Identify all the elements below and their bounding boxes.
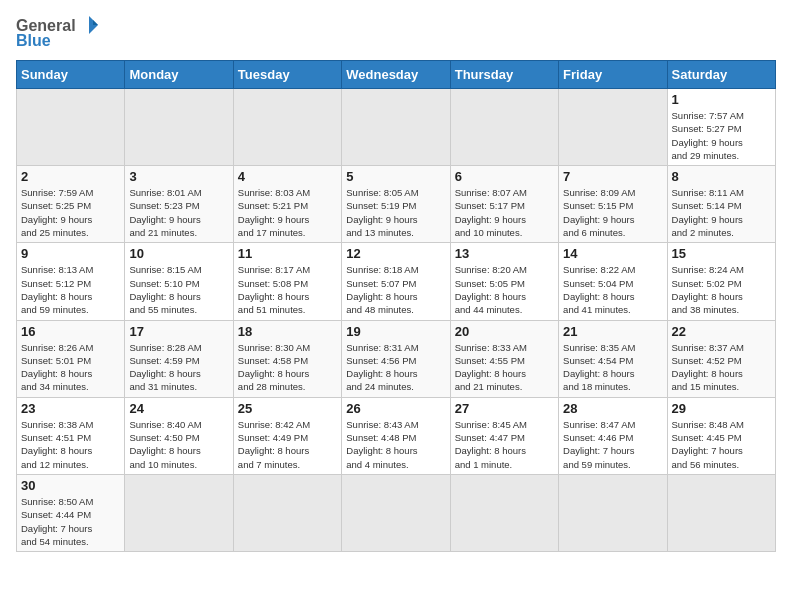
table-row: 29Sunrise: 8:48 AM Sunset: 4:45 PM Dayli…: [667, 397, 775, 474]
day-number: 2: [21, 169, 120, 184]
table-row: [17, 89, 125, 166]
header-saturday: Saturday: [667, 61, 775, 89]
table-row: [559, 89, 667, 166]
day-number: 24: [129, 401, 228, 416]
calendar-row: 23Sunrise: 8:38 AM Sunset: 4:51 PM Dayli…: [17, 397, 776, 474]
day-info: Sunrise: 8:18 AM Sunset: 5:07 PM Dayligh…: [346, 263, 445, 316]
table-row: 2Sunrise: 7:59 AM Sunset: 5:25 PM Daylig…: [17, 166, 125, 243]
day-info: Sunrise: 8:40 AM Sunset: 4:50 PM Dayligh…: [129, 418, 228, 471]
table-row: [559, 474, 667, 551]
day-number: 7: [563, 169, 662, 184]
day-info: Sunrise: 8:13 AM Sunset: 5:12 PM Dayligh…: [21, 263, 120, 316]
table-row: 13Sunrise: 8:20 AM Sunset: 5:05 PM Dayli…: [450, 243, 558, 320]
table-row: [667, 474, 775, 551]
day-number: 26: [346, 401, 445, 416]
table-row: 14Sunrise: 8:22 AM Sunset: 5:04 PM Dayli…: [559, 243, 667, 320]
day-number: 9: [21, 246, 120, 261]
day-number: 8: [672, 169, 771, 184]
table-row: 17Sunrise: 8:28 AM Sunset: 4:59 PM Dayli…: [125, 320, 233, 397]
day-number: 23: [21, 401, 120, 416]
day-number: 12: [346, 246, 445, 261]
table-row: [342, 474, 450, 551]
day-number: 17: [129, 324, 228, 339]
day-info: Sunrise: 8:48 AM Sunset: 4:45 PM Dayligh…: [672, 418, 771, 471]
day-info: Sunrise: 8:37 AM Sunset: 4:52 PM Dayligh…: [672, 341, 771, 394]
day-info: Sunrise: 7:59 AM Sunset: 5:25 PM Dayligh…: [21, 186, 120, 239]
day-info: Sunrise: 8:15 AM Sunset: 5:10 PM Dayligh…: [129, 263, 228, 316]
day-info: Sunrise: 8:01 AM Sunset: 5:23 PM Dayligh…: [129, 186, 228, 239]
table-row: 28Sunrise: 8:47 AM Sunset: 4:46 PM Dayli…: [559, 397, 667, 474]
table-row: 20Sunrise: 8:33 AM Sunset: 4:55 PM Dayli…: [450, 320, 558, 397]
day-info: Sunrise: 8:07 AM Sunset: 5:17 PM Dayligh…: [455, 186, 554, 239]
day-info: Sunrise: 8:31 AM Sunset: 4:56 PM Dayligh…: [346, 341, 445, 394]
table-row: 25Sunrise: 8:42 AM Sunset: 4:49 PM Dayli…: [233, 397, 341, 474]
day-number: 14: [563, 246, 662, 261]
table-row: 21Sunrise: 8:35 AM Sunset: 4:54 PM Dayli…: [559, 320, 667, 397]
header-monday: Monday: [125, 61, 233, 89]
table-row: 1Sunrise: 7:57 AM Sunset: 5:27 PM Daylig…: [667, 89, 775, 166]
day-number: 20: [455, 324, 554, 339]
header-sunday: Sunday: [17, 61, 125, 89]
table-row: 12Sunrise: 8:18 AM Sunset: 5:07 PM Dayli…: [342, 243, 450, 320]
table-row: 10Sunrise: 8:15 AM Sunset: 5:10 PM Dayli…: [125, 243, 233, 320]
calendar-row: 1Sunrise: 7:57 AM Sunset: 5:27 PM Daylig…: [17, 89, 776, 166]
table-row: 9Sunrise: 8:13 AM Sunset: 5:12 PM Daylig…: [17, 243, 125, 320]
day-info: Sunrise: 8:38 AM Sunset: 4:51 PM Dayligh…: [21, 418, 120, 471]
table-row: [125, 89, 233, 166]
day-info: Sunrise: 8:26 AM Sunset: 5:01 PM Dayligh…: [21, 341, 120, 394]
table-row: [125, 474, 233, 551]
header-friday: Friday: [559, 61, 667, 89]
table-row: 18Sunrise: 8:30 AM Sunset: 4:58 PM Dayli…: [233, 320, 341, 397]
day-info: Sunrise: 8:09 AM Sunset: 5:15 PM Dayligh…: [563, 186, 662, 239]
day-number: 6: [455, 169, 554, 184]
table-row: 24Sunrise: 8:40 AM Sunset: 4:50 PM Dayli…: [125, 397, 233, 474]
header-thursday: Thursday: [450, 61, 558, 89]
page: General Blue Sunday Monday Tuesday Wedne…: [0, 0, 792, 562]
day-info: Sunrise: 8:35 AM Sunset: 4:54 PM Dayligh…: [563, 341, 662, 394]
day-number: 25: [238, 401, 337, 416]
header: General Blue: [16, 16, 776, 50]
day-info: Sunrise: 8:05 AM Sunset: 5:19 PM Dayligh…: [346, 186, 445, 239]
day-number: 4: [238, 169, 337, 184]
day-info: Sunrise: 8:11 AM Sunset: 5:14 PM Dayligh…: [672, 186, 771, 239]
day-info: Sunrise: 8:28 AM Sunset: 4:59 PM Dayligh…: [129, 341, 228, 394]
logo-container: General Blue: [16, 16, 100, 50]
day-number: 10: [129, 246, 228, 261]
header-wednesday: Wednesday: [342, 61, 450, 89]
table-row: 6Sunrise: 8:07 AM Sunset: 5:17 PM Daylig…: [450, 166, 558, 243]
day-number: 18: [238, 324, 337, 339]
table-row: 4Sunrise: 8:03 AM Sunset: 5:21 PM Daylig…: [233, 166, 341, 243]
day-info: Sunrise: 8:42 AM Sunset: 4:49 PM Dayligh…: [238, 418, 337, 471]
table-row: 26Sunrise: 8:43 AM Sunset: 4:48 PM Dayli…: [342, 397, 450, 474]
table-row: [233, 474, 341, 551]
day-info: Sunrise: 8:47 AM Sunset: 4:46 PM Dayligh…: [563, 418, 662, 471]
day-number: 1: [672, 92, 771, 107]
table-row: 19Sunrise: 8:31 AM Sunset: 4:56 PM Dayli…: [342, 320, 450, 397]
day-number: 3: [129, 169, 228, 184]
day-number: 27: [455, 401, 554, 416]
table-row: 8Sunrise: 8:11 AM Sunset: 5:14 PM Daylig…: [667, 166, 775, 243]
table-row: 11Sunrise: 8:17 AM Sunset: 5:08 PM Dayli…: [233, 243, 341, 320]
day-info: Sunrise: 8:03 AM Sunset: 5:21 PM Dayligh…: [238, 186, 337, 239]
logo-blue-text: Blue: [16, 32, 51, 50]
day-number: 29: [672, 401, 771, 416]
table-row: 27Sunrise: 8:45 AM Sunset: 4:47 PM Dayli…: [450, 397, 558, 474]
weekday-header-row: Sunday Monday Tuesday Wednesday Thursday…: [17, 61, 776, 89]
calendar-row: 9Sunrise: 8:13 AM Sunset: 5:12 PM Daylig…: [17, 243, 776, 320]
table-row: 15Sunrise: 8:24 AM Sunset: 5:02 PM Dayli…: [667, 243, 775, 320]
table-row: [450, 89, 558, 166]
day-info: Sunrise: 8:22 AM Sunset: 5:04 PM Dayligh…: [563, 263, 662, 316]
day-info: Sunrise: 8:30 AM Sunset: 4:58 PM Dayligh…: [238, 341, 337, 394]
day-info: Sunrise: 7:57 AM Sunset: 5:27 PM Dayligh…: [672, 109, 771, 162]
day-number: 22: [672, 324, 771, 339]
day-number: 13: [455, 246, 554, 261]
table-row: 16Sunrise: 8:26 AM Sunset: 5:01 PM Dayli…: [17, 320, 125, 397]
day-info: Sunrise: 8:43 AM Sunset: 4:48 PM Dayligh…: [346, 418, 445, 471]
day-number: 19: [346, 324, 445, 339]
day-info: Sunrise: 8:24 AM Sunset: 5:02 PM Dayligh…: [672, 263, 771, 316]
table-row: 30Sunrise: 8:50 AM Sunset: 4:44 PM Dayli…: [17, 474, 125, 551]
table-row: [233, 89, 341, 166]
table-row: 7Sunrise: 8:09 AM Sunset: 5:15 PM Daylig…: [559, 166, 667, 243]
day-info: Sunrise: 8:33 AM Sunset: 4:55 PM Dayligh…: [455, 341, 554, 394]
header-tuesday: Tuesday: [233, 61, 341, 89]
